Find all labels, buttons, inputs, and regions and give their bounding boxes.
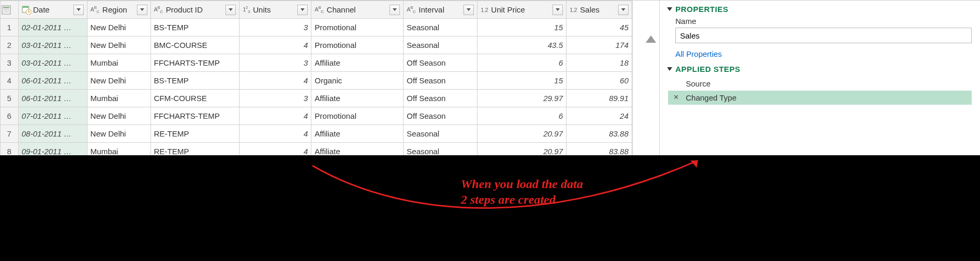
cell-region[interactable]: Mumbai <box>87 90 150 107</box>
table-row[interactable]: 708-01-2011 …New DelhiRE-TEMP4AffiliateS… <box>1 125 632 143</box>
cell-interval[interactable]: Seasonal <box>404 19 478 36</box>
data-grid: Date ABC Region ABC <box>0 1 633 155</box>
cell-interval[interactable]: Off Season <box>404 90 478 107</box>
filter-button[interactable] <box>618 5 629 15</box>
cell-units[interactable]: 4 <box>240 107 311 125</box>
table-row[interactable]: 102-01-2011 …New DelhiBS-TEMP3Promotiona… <box>1 19 632 36</box>
cell-date[interactable]: 08-01-2011 … <box>18 125 87 143</box>
filter-button[interactable] <box>225 5 236 15</box>
cell-product-id[interactable]: FFCHARTS-TEMP <box>150 54 240 72</box>
row-number[interactable]: 3 <box>1 54 19 72</box>
cell-product-id[interactable]: BMC-COURSE <box>150 36 240 54</box>
col-header-interval[interactable]: ABC Interval <box>404 1 478 19</box>
collapse-icon[interactable] <box>667 67 672 71</box>
cell-channel[interactable]: Affiliate <box>311 54 404 72</box>
row-number[interactable]: 1 <box>1 19 19 36</box>
cell-unit-price[interactable]: 15 <box>478 19 567 36</box>
col-header-date[interactable]: Date <box>18 1 87 19</box>
cell-sales[interactable]: 60 <box>566 72 632 90</box>
row-number[interactable]: 7 <box>1 125 19 143</box>
row-number[interactable]: 6 <box>1 107 19 125</box>
cell-channel[interactable]: Affiliate <box>311 90 404 107</box>
col-header-units[interactable]: 123 Units <box>240 1 311 19</box>
filter-button[interactable] <box>297 5 308 15</box>
query-name-input[interactable] <box>675 28 972 43</box>
cell-region[interactable]: New Delhi <box>87 107 150 125</box>
applied-step[interactable]: Source <box>668 77 972 91</box>
table-row[interactable]: 607-01-2011 …New DelhiFFCHARTS-TEMP4Prom… <box>1 107 632 125</box>
row-number[interactable]: 5 <box>1 90 19 107</box>
cell-product-id[interactable]: BS-TEMP <box>150 19 240 36</box>
col-header-sales[interactable]: 1.2 Sales <box>566 1 632 19</box>
cell-sales[interactable]: 89.91 <box>566 90 632 107</box>
filter-button[interactable] <box>463 5 474 15</box>
row-number[interactable]: 2 <box>1 36 19 54</box>
cell-sales[interactable]: 174 <box>566 36 632 54</box>
cell-product-id[interactable]: BS-TEMP <box>150 72 240 90</box>
filter-button[interactable] <box>73 5 84 15</box>
table-row[interactable]: 506-01-2011 …MumbaiCFM-COURSE3AffiliateO… <box>1 90 632 107</box>
cell-units[interactable]: 4 <box>240 36 311 54</box>
cell-interval[interactable]: Off Season <box>404 54 478 72</box>
table-row[interactable]: 203-01-2011 …New DelhiBMC-COURSE4Promoti… <box>1 36 632 54</box>
decimal-type-icon: 1.2 <box>481 7 488 13</box>
cell-sales[interactable]: 18 <box>566 54 632 72</box>
filter-button[interactable] <box>552 5 563 15</box>
cell-date[interactable]: 07-01-2011 … <box>18 107 87 125</box>
cell-region[interactable]: New Delhi <box>87 36 150 54</box>
cell-units[interactable]: 4 <box>240 125 311 143</box>
all-properties-link[interactable]: All Properties <box>675 49 972 58</box>
cell-region[interactable]: New Delhi <box>87 72 150 90</box>
select-all-corner[interactable] <box>1 1 19 19</box>
cell-sales[interactable]: 24 <box>566 107 632 125</box>
cell-unit-price[interactable]: 29.97 <box>478 90 567 107</box>
cell-interval[interactable]: Off Season <box>404 72 478 90</box>
cell-units[interactable]: 3 <box>240 90 311 107</box>
cell-date[interactable]: 03-01-2011 … <box>18 36 87 54</box>
collapse-icon[interactable] <box>667 7 672 11</box>
cell-units[interactable]: 3 <box>240 54 311 72</box>
cell-channel[interactable]: Affiliate <box>311 125 404 143</box>
cell-channel[interactable]: Promotional <box>311 107 404 125</box>
col-header-unit-price[interactable]: 1.2 Unit Price <box>478 1 567 19</box>
cell-unit-price[interactable]: 6 <box>478 54 567 72</box>
cell-interval[interactable]: Seasonal <box>404 125 478 143</box>
cell-units[interactable]: 3 <box>240 19 311 36</box>
cell-interval[interactable]: Off Season <box>404 107 478 125</box>
scroll-up-button[interactable] <box>645 32 657 46</box>
cell-product-id[interactable]: RE-TEMP <box>150 125 240 143</box>
cell-channel[interactable]: Promotional <box>311 19 404 36</box>
cell-date[interactable]: 06-01-2011 … <box>18 90 87 107</box>
col-name: Channel <box>326 5 387 14</box>
cell-region[interactable]: New Delhi <box>87 19 150 36</box>
cell-unit-price[interactable]: 20.97 <box>478 125 567 143</box>
cell-region[interactable]: New Delhi <box>87 125 150 143</box>
cell-sales[interactable]: 83.88 <box>566 125 632 143</box>
col-header-channel[interactable]: ABC Channel <box>311 1 404 19</box>
cell-region[interactable]: Mumbai <box>87 54 150 72</box>
cell-channel[interactable]: Organic <box>311 72 404 90</box>
col-header-product-id[interactable]: ABC Product ID <box>150 1 240 19</box>
cell-date[interactable]: 03-01-2011 … <box>18 54 87 72</box>
cell-channel[interactable]: Promotional <box>311 36 404 54</box>
vertical-scrollbar-area <box>633 1 660 155</box>
cell-units[interactable]: 4 <box>240 72 311 90</box>
applied-step[interactable]: Changed Type <box>668 91 972 105</box>
cell-date[interactable]: 02-01-2011 … <box>18 19 87 36</box>
cell-unit-price[interactable]: 43.5 <box>478 36 567 54</box>
table-row[interactable]: 303-01-2011 …MumbaiFFCHARTS-TEMP3Affilia… <box>1 54 632 72</box>
filter-button[interactable] <box>390 5 400 15</box>
cell-unit-price[interactable]: 15 <box>478 72 567 90</box>
col-name: Unit Price <box>491 5 550 14</box>
cell-product-id[interactable]: CFM-COURSE <box>150 90 240 107</box>
row-number[interactable]: 4 <box>1 72 19 90</box>
cell-date[interactable]: 06-01-2011 … <box>18 72 87 90</box>
cell-unit-price[interactable]: 6 <box>478 107 567 125</box>
cell-product-id[interactable]: FFCHARTS-TEMP <box>150 107 240 125</box>
table-row[interactable]: 406-01-2011 …New DelhiBS-TEMP4OrganicOff… <box>1 72 632 90</box>
cell-interval[interactable]: Seasonal <box>404 36 478 54</box>
col-header-region[interactable]: ABC Region <box>87 1 150 19</box>
filter-button[interactable] <box>137 5 147 15</box>
cell-sales[interactable]: 45 <box>566 19 632 36</box>
annotation-overlay: When you load the data2 steps are create… <box>0 155 980 261</box>
